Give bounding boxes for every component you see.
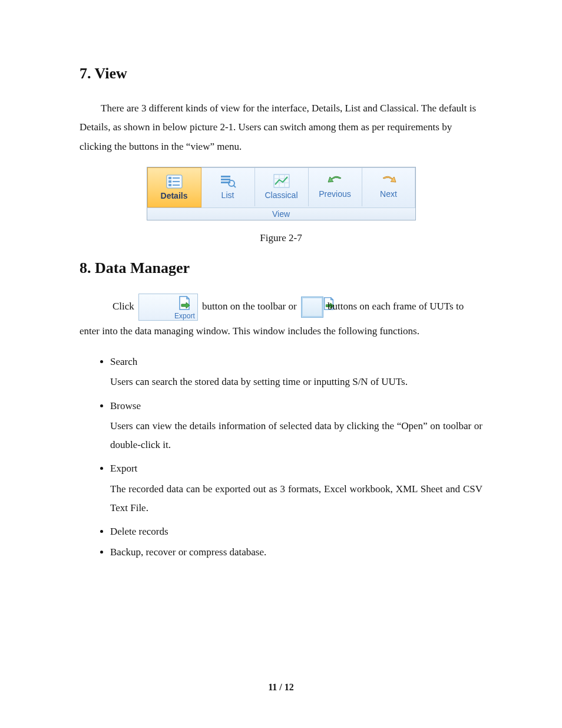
text-fragment: Click <box>113 301 137 312</box>
details-list-icon <box>166 174 183 189</box>
frame-export-icon-button[interactable] <box>301 297 323 318</box>
page-total: 12 <box>285 682 294 692</box>
list-item-title: Export <box>110 463 137 474</box>
list-item-title: Backup, recover or compress database. <box>110 546 266 558</box>
list-item-title: Delete records <box>110 526 168 537</box>
ribbon-row: Details List <box>147 167 415 207</box>
list-item: Export The recorded data can be exported… <box>110 459 482 518</box>
page-current: 11 <box>268 682 277 692</box>
ribbon-button-label: Previous <box>319 189 351 199</box>
ribbon-button-next[interactable]: Next <box>362 167 415 206</box>
ribbon-button-list[interactable]: List <box>201 167 255 206</box>
svg-rect-2 <box>173 177 180 179</box>
svg-rect-8 <box>221 179 230 180</box>
list-item: Delete records <box>110 522 482 541</box>
list-item-body: Users can view the details information o… <box>110 417 482 455</box>
list-item: Backup, recover or compress database. <box>110 543 482 562</box>
page-footer: 11 / 12 <box>0 682 562 693</box>
section-8-heading: 8. Data Manager <box>80 259 482 277</box>
svg-line-11 <box>233 185 236 187</box>
export-button-label: Export <box>141 312 195 320</box>
ribbon-button-label: Classical <box>265 190 297 200</box>
list-item: Browse Users can view the details inform… <box>110 397 482 455</box>
arrow-left-icon <box>327 175 343 187</box>
figure-caption: Figure 2-7 <box>80 232 482 244</box>
ribbon-button-classical[interactable]: Classical <box>255 167 309 206</box>
ribbon-button-label: Details <box>161 191 188 200</box>
svg-rect-3 <box>168 180 171 183</box>
section-8-paragraph: Click Export button on the toolbar or <box>80 294 482 342</box>
svg-rect-1 <box>168 177 171 179</box>
list-item: Search Users can search the stored data … <box>110 353 482 392</box>
ribbon-button-label: List <box>222 190 234 200</box>
page-separator: / <box>277 682 284 692</box>
list-item-title: Search <box>110 356 137 367</box>
ribbon-button-details[interactable]: Details <box>147 167 201 207</box>
arrow-right-icon <box>381 175 397 187</box>
document-page: 7. View There are 3 different kinds of v… <box>0 0 562 728</box>
ribbon-button-previous[interactable]: Previous <box>309 167 362 206</box>
list-item-body: The recorded data can be exported out as… <box>110 480 482 518</box>
view-ribbon: Details List <box>147 167 416 220</box>
ribbon-button-label: Next <box>380 189 397 199</box>
ribbon-group-label: View <box>147 207 415 220</box>
svg-rect-7 <box>221 176 230 177</box>
svg-rect-5 <box>168 184 171 186</box>
text-fragment: button on the toolbar or <box>202 301 299 312</box>
figure-ribbon: Details List <box>80 167 482 220</box>
svg-rect-6 <box>173 185 180 186</box>
function-list: Search Users can search the stored data … <box>80 353 482 562</box>
list-item-title: Browse <box>110 400 141 411</box>
export-toolbar-button[interactable]: Export <box>138 294 198 321</box>
section-7-heading: 7. View <box>80 65 482 83</box>
list-magnify-icon <box>220 174 236 188</box>
export-page-arrow-icon <box>144 295 192 312</box>
svg-rect-4 <box>173 181 180 182</box>
list-item-body: Users can search the stored data by sett… <box>110 373 482 391</box>
chart-grid-icon <box>273 174 290 188</box>
section-7-paragraph: There are 3 different kinds of view for … <box>80 99 482 156</box>
